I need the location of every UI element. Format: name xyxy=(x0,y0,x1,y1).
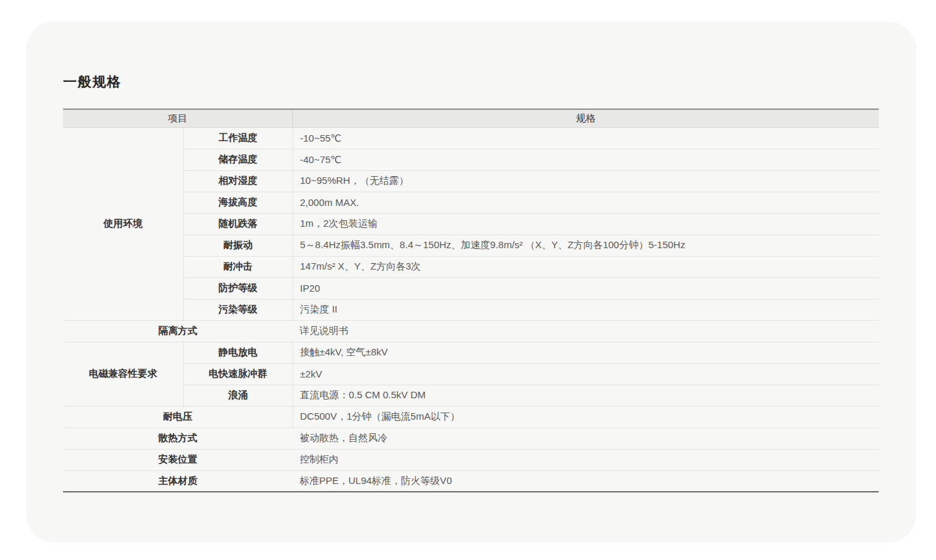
spec-value: IP20 xyxy=(292,277,879,299)
table-row: 使用环境 工作温度 -10~55℃ xyxy=(63,127,879,149)
table-row: 储存温度 -40~75℃ xyxy=(63,149,879,170)
table-row: 防护等级 IP20 xyxy=(63,277,879,299)
table-row: 耐电压 DC500V，1分钟（漏电流5mA以下） xyxy=(63,406,879,427)
spec-value: 10~95%RH，（无结露） xyxy=(292,170,879,192)
spec-item-label: 耐电压 xyxy=(63,406,292,427)
table-row: 隔离方式 详见说明书 xyxy=(63,320,879,342)
spec-value: 直流电源：0.5 CM 0.5kV DM xyxy=(292,385,879,406)
spec-value: 147m/s² X、Y、Z方向各3次 xyxy=(292,256,879,277)
spec-item-label: 随机跌落 xyxy=(183,213,292,235)
table-row: 散热方式 被动散热，自然风冷 xyxy=(63,427,879,449)
table-row: 浪涌 直流电源：0.5 CM 0.5kV DM xyxy=(63,385,879,406)
spec-value: 控制柜内 xyxy=(292,449,879,470)
spec-item-label: 耐冲击 xyxy=(183,256,292,277)
spec-item-label: 耐振动 xyxy=(183,235,292,256)
spec-group-label: 使用环境 xyxy=(63,127,183,320)
table-header-row: 项目 规格 xyxy=(63,109,879,127)
spec-value: 2,000m MAX. xyxy=(292,192,879,213)
spec-item-label: 电快速脉冲群 xyxy=(183,363,292,385)
spec-item-label: 隔离方式 xyxy=(63,320,292,342)
table-header-item: 项目 xyxy=(63,109,292,127)
spec-item-label: 浪涌 xyxy=(183,385,292,406)
spec-value: DC500V，1分钟（漏电流5mA以下） xyxy=(292,406,879,427)
page-title: 一般规格 xyxy=(63,73,916,91)
table-row: 海拔高度 2,000m MAX. xyxy=(63,192,879,213)
spec-item-label: 散热方式 xyxy=(63,427,292,449)
table-row: 主体材质 标准PPE，UL94标准，防火等级V0 xyxy=(63,470,879,492)
table-row: 随机跌落 1m，2次包装运输 xyxy=(63,213,879,235)
spec-value: 接触±4kV, 空气±8kV xyxy=(292,342,879,363)
spec-item-label: 工作温度 xyxy=(183,127,292,149)
spec-item-label: 储存温度 xyxy=(183,149,292,170)
spec-value: -40~75℃ xyxy=(292,149,879,170)
table-row: 耐冲击 147m/s² X、Y、Z方向各3次 xyxy=(63,256,879,277)
spec-value: 1m，2次包装运输 xyxy=(292,213,879,235)
table-row: 安装位置 控制柜内 xyxy=(63,449,879,470)
spec-value: 详见说明书 xyxy=(292,320,879,342)
table-row: 电快速脉冲群 ±2kV xyxy=(63,363,879,385)
spec-item-label: 主体材质 xyxy=(63,470,292,492)
spec-group-label: 电磁兼容性要求 xyxy=(63,342,183,406)
spec-item-label: 静电放电 xyxy=(183,342,292,363)
spec-value: 被动散热，自然风冷 xyxy=(292,427,879,449)
spec-value: 5～8.4Hz振幅3.5mm、8.4～150Hz、加速度9.8m/s² （X、Y… xyxy=(292,235,879,256)
table-row: 污染等级 污染度 II xyxy=(63,299,879,320)
table-header-spec: 规格 xyxy=(292,109,879,127)
spec-item-label: 污染等级 xyxy=(183,299,292,320)
spec-value: -10~55℃ xyxy=(292,127,879,149)
spec-item-label: 海拔高度 xyxy=(183,192,292,213)
spec-value: ±2kV xyxy=(292,363,879,385)
spec-value: 污染度 II xyxy=(292,299,879,320)
spec-item-label: 防护等级 xyxy=(183,277,292,299)
spec-item-label: 相对湿度 xyxy=(183,170,292,192)
spec-table: 项目 规格 使用环境 工作温度 -10~55℃ 储存温度 -40~75℃ 相对湿… xyxy=(63,108,879,492)
table-row: 相对湿度 10~95%RH，（无结露） xyxy=(63,170,879,192)
spec-value: 标准PPE，UL94标准，防火等级V0 xyxy=(292,470,879,492)
table-row: 耐振动 5～8.4Hz振幅3.5mm、8.4～150Hz、加速度9.8m/s² … xyxy=(63,235,879,256)
content-area: 一般规格 项目 规格 使用环境 工作温度 -10~55℃ 储存温度 -40~75… xyxy=(26,21,916,492)
spec-item-label: 安装位置 xyxy=(63,449,292,470)
table-row: 电磁兼容性要求 静电放电 接触±4kV, 空气±8kV xyxy=(63,342,879,363)
content-card: 一般规格 项目 规格 使用环境 工作温度 -10~55℃ 储存温度 -40~75… xyxy=(26,21,916,542)
